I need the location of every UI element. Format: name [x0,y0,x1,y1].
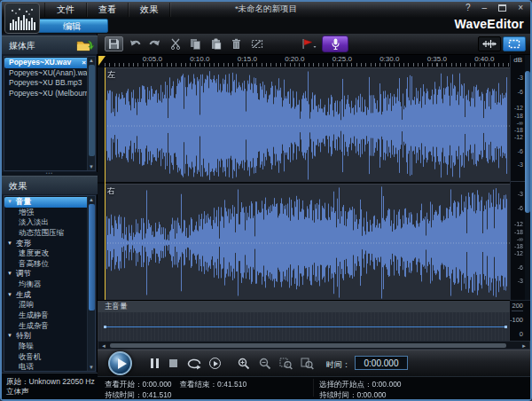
scroll-right-icon[interactable]: ► [521,342,527,350]
collapse-icon[interactable]: ▼ [7,290,12,301]
scrollbar-thumb[interactable] [525,71,530,213]
effect-group[interactable]: ▼音量 [4,197,89,208]
redo-icon [149,39,161,50]
play-button[interactable] [108,351,132,375]
effect-label: 收音机 [19,352,42,361]
scrollbar-thumb[interactable] [110,343,506,348]
trash-icon [231,38,241,50]
delete-button[interactable] [227,36,246,51]
scroll-down-icon[interactable]: ▼ [88,364,95,371]
collapse-icon[interactable]: ▼ [7,197,12,208]
ruler-tick-label: 0:10.0 [176,55,224,63]
media-item[interactable]: Popeyes~XU.wav × [4,58,89,68]
effect-item[interactable]: 生成静音 [4,311,89,321]
effect-label: 速度更改 [19,248,49,257]
effects-list-scrollbar[interactable]: ▲ ▼ [87,196,95,371]
playhead-marker-icon[interactable] [98,56,106,66]
media-item[interactable]: Popeyes~XU(Anan).wav [4,68,89,79]
media-item[interactable]: Popeyes~XU (Melbourn... [4,89,89,99]
playhead-line[interactable] [105,67,106,300]
effect-item[interactable]: 音高移位 [4,259,89,270]
master-volume-panel[interactable]: 主音量 [98,300,510,341]
menu-file[interactable]: 文件 [44,3,87,17]
horizontal-scrollbar[interactable]: ◄ ► [98,341,530,350]
record-button[interactable] [322,35,348,52]
effects-list: ▼音量 增强 淡入淡出 动态范围压缩 ▼变形 速度更改 音高移位 ▼调节 均衡器… [4,195,96,372]
waveform-left-channel[interactable] [105,67,510,183]
effect-group[interactable]: ▼调节 [4,269,89,279]
effect-item[interactable]: 淡入淡出 [4,217,89,228]
effect-item[interactable]: 电话 [4,362,89,373]
undo-button[interactable] [125,36,144,51]
import-folder-icon[interactable] [76,39,94,52]
close-item-icon[interactable]: × [82,58,86,68]
trim-button[interactable] [247,36,266,51]
cut-button[interactable] [166,36,184,51]
close-button[interactable]: × [518,3,523,13]
effect-item[interactable]: 收音机 [4,352,89,363]
loop-button[interactable] [185,358,203,370]
copy-button[interactable] [186,36,205,51]
effect-item[interactable]: 均衡器 [4,279,89,290]
menu-view[interactable]: 查看 [87,3,129,17]
collapse-icon[interactable]: ▼ [7,239,12,249]
paste-icon [211,38,222,50]
zoom-fit-wave-button[interactable] [478,36,501,51]
play-icon [118,358,127,369]
scroll-up-icon[interactable]: ▲ [88,57,95,64]
effect-label: 增强 [19,208,34,216]
effect-label: 生成 [16,290,31,299]
effect-item[interactable]: 速度更改 [4,248,89,259]
selection-mode-button[interactable] [503,36,526,51]
collapse-icon[interactable]: ▼ [7,269,12,279]
db-scale-left: -3 -6 -12 -18 -∞ -18 -12 -6 -3 [511,67,525,182]
scrollbar-thumb[interactable] [89,65,95,156]
effect-item[interactable]: 动态范围压缩 [4,228,89,239]
maximize-button[interactable] [498,4,506,12]
marker-flag-button[interactable] [300,36,318,51]
stop-button[interactable] [169,359,177,367]
envelope-handle[interactable] [505,326,507,328]
zoom-selection-icon [279,358,293,370]
effect-item[interactable]: 增强 [4,208,89,218]
zoom-out-button[interactable] [259,358,271,370]
save-button[interactable] [105,36,123,51]
zoom-selection-button[interactable] [279,358,293,370]
window-controls: ? – × [466,3,523,13]
scrollbar-thumb[interactable] [89,204,95,311]
zoom-full-icon [301,358,314,370]
envelope-handle[interactable] [104,326,106,328]
minimize-button[interactable]: – [482,3,488,13]
collapse-icon[interactable]: ▼ [7,331,12,342]
effect-item[interactable]: 生成杂音 [4,321,89,332]
timeline-ruler[interactable]: 0:05.0 0:10.0 0:15.0 0:20.0 0:25.0 0:30.… [98,55,510,67]
media-list-scrollbar[interactable]: ▲ ▼ [87,57,95,170]
zoom-full-button[interactable] [301,358,314,370]
trim-icon [251,39,263,49]
effect-item[interactable]: 降噪 [4,342,89,352]
redo-button[interactable] [145,36,164,51]
scroll-left-icon[interactable]: ◄ [101,342,106,350]
ruler-labels: 0:05.0 0:10.0 0:15.0 0:20.0 0:25.0 0:30.… [98,55,510,63]
left-channel-label: 左 [107,69,115,81]
effect-group[interactable]: ▼变形 [4,239,89,249]
effect-label: 音量 [16,197,31,206]
tab-edit[interactable]: 编辑 [35,19,108,33]
app-window: 文件 查看 效果 *未命名的新项目 ? – × 编辑 WaveEditor 媒体… [0,0,532,401]
waveform-right-channel[interactable] [105,184,510,301]
vertical-scrollbar[interactable] [525,55,530,300]
paste-button[interactable] [207,36,225,51]
media-item[interactable]: Popeyes~XU BB.mp3 [4,78,89,89]
menu-effects[interactable]: 效果 [129,3,170,17]
time-display[interactable]: 0:00.000 [355,356,408,370]
volume-envelope-line[interactable] [105,326,506,327]
scroll-down-icon[interactable]: ▼ [88,163,95,170]
zoom-in-button[interactable] [238,358,250,370]
scroll-up-icon[interactable]: ▲ [88,196,95,203]
effect-group[interactable]: ▼生成 [4,290,89,301]
effect-item[interactable]: 混响 [4,300,89,311]
play-selection-button[interactable] [209,358,221,369]
effect-group[interactable]: ▼特别 [4,331,89,342]
help-button[interactable]: ? [466,3,471,13]
pause-button[interactable] [151,358,159,368]
